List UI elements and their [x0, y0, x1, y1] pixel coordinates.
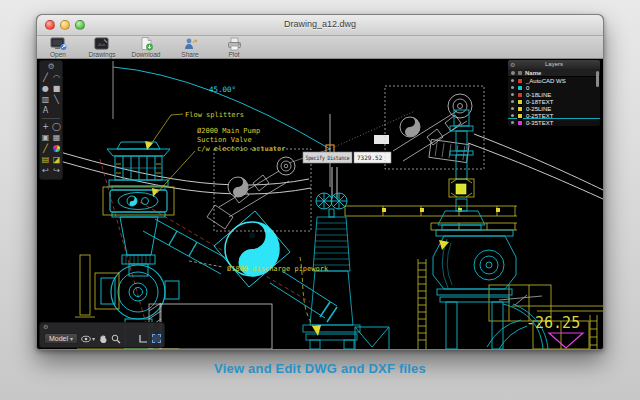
- tools-panel: ⚙ ╱ ◠ ● ■ ▥ ╲ A + ◯ ▣ ▦ ╱ ▤ ◪ ↩: [39, 60, 63, 180]
- view-options-button[interactable]: ▾: [81, 335, 95, 343]
- level-label: -26.25: [526, 314, 580, 332]
- rectangle-tool[interactable]: ■: [51, 83, 62, 94]
- app-window: Drawing_a12.dwg Open Drawings: [36, 14, 604, 350]
- download-button[interactable]: Download: [129, 36, 163, 58]
- titlebar[interactable]: Drawing_a12.dwg: [37, 15, 603, 36]
- color-tool[interactable]: [51, 143, 62, 154]
- gear-icon[interactable]: ⚙: [40, 62, 62, 72]
- open-icon: [50, 37, 67, 51]
- layer-color-swatch[interactable]: [517, 120, 523, 126]
- visibility-dot[interactable]: [511, 93, 514, 96]
- annotations: Flow splitters Ø2000 Main Pump Suction V…: [145, 111, 583, 348]
- zoom-magnifier-icon[interactable]: [111, 334, 121, 344]
- drawing-canvas[interactable]: 45.00°: [37, 59, 603, 350]
- undo-button[interactable]: ↩: [40, 165, 51, 176]
- layer-color-swatch[interactable]: [517, 106, 523, 112]
- rotate-tool[interactable]: ◯: [51, 121, 62, 132]
- page-caption: View and Edit DWG and DXF files: [0, 361, 640, 376]
- distance-tooltip: Specify Distance 7329.52: [303, 152, 391, 163]
- circle-tool[interactable]: ●: [40, 83, 51, 94]
- layers-panel-title: Layers: [545, 61, 563, 67]
- layer-color-swatch[interactable]: [517, 99, 523, 105]
- chevron-down-icon: ▾: [92, 335, 95, 342]
- layers-panel: ⚙ Layers Name _AutoCAD WS 0 0-18: [507, 59, 601, 127]
- model-dropdown[interactable]: Model ▾: [44, 333, 78, 344]
- pump-label-1: Ø2000 Main Pump: [197, 127, 260, 135]
- gear-icon[interactable]: ⚙: [510, 60, 515, 69]
- status-panel: ⚙ Model ▾ ▾: [39, 322, 165, 348]
- layer-tool-b[interactable]: ◪: [51, 154, 62, 165]
- foundation: [149, 303, 272, 349]
- color-column-icon: [518, 71, 522, 75]
- right-pump: [355, 110, 548, 349]
- layer-color-swatch[interactable]: [517, 92, 523, 98]
- layer-row[interactable]: 0-25TEXT: [508, 112, 600, 119]
- discharge-label: Ø1800 discharge pipework: [227, 265, 329, 273]
- line-tool[interactable]: ╱: [40, 72, 51, 83]
- layer-color-swatch[interactable]: [517, 78, 523, 84]
- level-marker: [549, 333, 583, 348]
- selection-mode-icon[interactable]: [152, 334, 161, 343]
- visibility-column-icon: [511, 71, 515, 75]
- window-title: Drawing_a12.dwg: [37, 19, 603, 29]
- tooltip-label: Specify Distance: [306, 154, 350, 162]
- pump-label-3: c/w electric actuator: [197, 145, 286, 153]
- copy-tool[interactable]: ▥: [40, 94, 51, 105]
- flow-splitters-label: Flow splitters: [185, 111, 244, 119]
- layer-color-swatch[interactable]: [517, 113, 523, 119]
- drawings-button[interactable]: Drawings: [85, 36, 119, 58]
- layer-row[interactable]: 0-35TEXT: [508, 119, 600, 126]
- white-block: [374, 135, 389, 144]
- share-button[interactable]: Share: [173, 36, 207, 58]
- eye-icon: [81, 335, 91, 343]
- redo-button[interactable]: ↪: [51, 165, 62, 176]
- chevron-down-icon: ▾: [70, 335, 73, 342]
- visibility-dot[interactable]: [511, 121, 514, 124]
- visibility-dot[interactable]: [511, 114, 514, 117]
- visibility-dot[interactable]: [511, 100, 514, 103]
- tooltip-value: 7329.52: [357, 154, 383, 161]
- name-column-header: Name: [525, 70, 541, 76]
- measure-tool[interactable]: ╱: [40, 143, 51, 154]
- angle-label: 45.00°: [209, 85, 236, 94]
- drawings-icon: [94, 37, 110, 51]
- main-toolbar: Open Drawings Download: [37, 36, 603, 59]
- layer-row[interactable]: 0-25LINE: [508, 105, 600, 112]
- snap-tool[interactable]: ▦: [51, 132, 62, 143]
- layer-tool-a[interactable]: ▤: [40, 154, 51, 165]
- visibility-dot[interactable]: [511, 79, 514, 82]
- layer-row[interactable]: 0-18TEXT: [508, 98, 600, 105]
- visibility-dot[interactable]: [511, 86, 514, 89]
- divider: [42, 118, 60, 119]
- left-pump: [101, 142, 179, 349]
- layer-row[interactable]: _AutoCAD WS: [508, 77, 600, 84]
- move-tool[interactable]: +: [40, 121, 51, 132]
- color-wheel-icon: [53, 145, 60, 152]
- scrollbar[interactable]: [596, 71, 599, 87]
- visibility-dot[interactable]: [511, 107, 514, 110]
- pan-hand-icon[interactable]: [98, 334, 108, 344]
- printer-icon: [227, 37, 242, 51]
- layer-row[interactable]: 0: [508, 84, 600, 91]
- download-icon: [139, 37, 154, 51]
- gray-valve-topright: [393, 94, 472, 163]
- pump-label-2: Suction Valve: [197, 136, 252, 144]
- scale-tool[interactable]: ▣: [40, 132, 51, 143]
- layer-color-swatch[interactable]: [517, 85, 523, 91]
- gear-icon[interactable]: ⚙: [43, 323, 48, 330]
- open-button[interactable]: Open: [41, 36, 75, 58]
- ucs-axis-icon[interactable]: [138, 334, 149, 344]
- polyline-tool[interactable]: ╲: [51, 94, 62, 105]
- layer-row[interactable]: 0-18LINE: [508, 91, 600, 98]
- text-tool[interactable]: A: [40, 105, 51, 116]
- share-icon: [183, 37, 198, 51]
- arc-tool[interactable]: ◠: [51, 72, 62, 83]
- plot-button[interactable]: Plot: [217, 36, 251, 58]
